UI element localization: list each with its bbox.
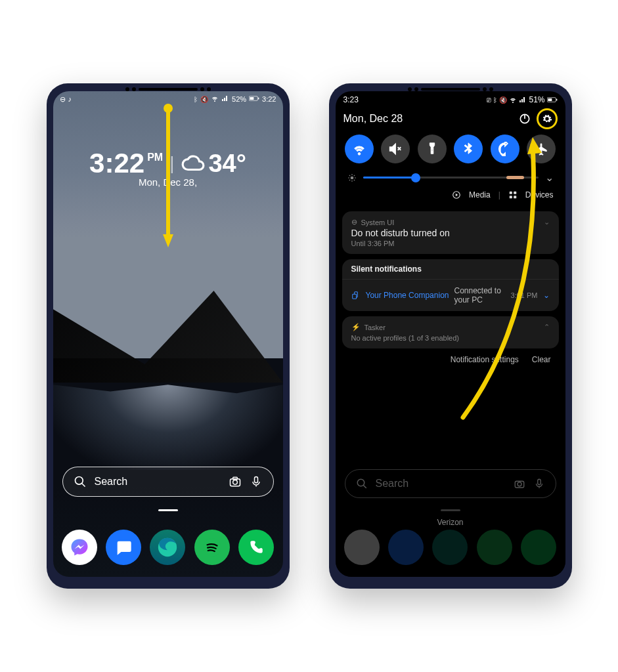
notif-app-label: Your Phone Companion — [366, 291, 449, 300]
status-time: 3:22 — [262, 95, 276, 103]
settings-gear-highlighted[interactable] — [537, 108, 558, 129]
camera-icon[interactable] — [229, 475, 242, 488]
notif-app-label: Tasker — [364, 324, 386, 331]
brightness-row: ⌄ — [336, 163, 565, 188]
clear-notifications-button[interactable]: Clear — [532, 355, 551, 364]
notif-message: Connected to your PC — [454, 286, 505, 304]
bluetooth-toggle[interactable] — [454, 135, 483, 163]
brightness-slider[interactable] — [363, 177, 539, 178]
status-bar: 3:23 ⎚ ᛒ 🔇 51% — [336, 91, 565, 106]
mic-icon[interactable] — [250, 475, 263, 488]
svg-rect-9 — [232, 477, 237, 479]
dimmed-search-bar: Search — [345, 469, 556, 498]
spotify-app[interactable] — [194, 530, 230, 565]
wifi-icon — [509, 96, 517, 104]
svg-rect-14 — [548, 98, 552, 101]
media-button[interactable]: Media — [469, 190, 491, 200]
quick-panel: 3:23 ⎚ ᛒ 🔇 51% Mon, Dec 28 — [336, 91, 565, 577]
nav-handle — [441, 509, 460, 511]
app-dock — [53, 530, 283, 565]
svg-rect-38 — [537, 479, 541, 484]
homescreen[interactable]: ⊖ ♪ ᛒ 🔇 52% 3:22 3:22 — [53, 91, 283, 577]
notification-dnd[interactable]: ⌄ ⊖System UI Do not disturb turned on Un… — [342, 211, 559, 254]
panel-date[interactable]: Mon, Dec 28 — [343, 113, 516, 125]
widget-temp: 34° — [208, 150, 246, 178]
svg-point-18 — [350, 176, 353, 179]
sound-toggle[interactable] — [381, 135, 410, 163]
nav-handle[interactable] — [158, 509, 178, 511]
svg-rect-1 — [250, 97, 254, 100]
phone-app[interactable] — [238, 530, 274, 565]
phone-frame-homescreen: ⊖ ♪ ᛒ 🔇 52% 3:22 3:22 — [47, 83, 290, 589]
google-search-bar[interactable]: Search — [62, 467, 274, 497]
search-icon — [74, 475, 87, 488]
widget-time: 3:22 — [89, 148, 144, 179]
signal-icon — [221, 94, 229, 104]
svg-line-26 — [349, 179, 349, 180]
music-icon: ♪ — [68, 95, 72, 103]
group-header: Silent notifications — [342, 259, 559, 280]
svg-rect-15 — [556, 99, 557, 101]
sun-icon — [347, 173, 357, 182]
camera-icon — [514, 478, 525, 490]
notification-tasker[interactable]: ⌃ ⚡Tasker No active profiles (1 of 3 ena… — [342, 316, 559, 348]
widget-date: Mon, Dec 28, — [53, 177, 283, 188]
bluetooth-icon: ᛒ — [194, 96, 198, 103]
messages-app[interactable] — [106, 530, 141, 565]
airplane-toggle[interactable] — [527, 135, 556, 163]
status-time: 3:23 — [343, 95, 359, 104]
weather-cloud-icon — [181, 151, 206, 176]
notif-subtitle: Until 3:36 PM — [351, 240, 550, 247]
rotate-toggle[interactable] — [491, 135, 519, 163]
wifi-toggle[interactable] — [345, 135, 374, 163]
bluetooth-icon: ᛒ — [493, 96, 497, 104]
svg-point-5 — [75, 477, 83, 485]
svg-point-34 — [357, 479, 364, 486]
svg-rect-33 — [352, 294, 356, 299]
notif-time: 3:01 PM — [511, 291, 538, 299]
wifi-icon — [211, 94, 219, 104]
dimmed-homescreen: Search Verizon — [336, 373, 565, 577]
phone-link-icon — [351, 291, 361, 300]
svg-rect-30 — [510, 196, 512, 198]
chevron-up-icon[interactable]: ⌃ — [544, 323, 550, 331]
power-button[interactable] — [516, 110, 534, 128]
status-bar[interactable]: ⊖ ♪ ᛒ 🔇 52% 3:22 — [53, 91, 283, 106]
phone-frame-quickpanel: 3:23 ⎚ ᛒ 🔇 51% Mon, Dec 28 — [329, 83, 572, 589]
svg-line-24 — [353, 179, 354, 180]
gear-icon — [542, 114, 552, 124]
bolt-icon: ⚡ — [351, 323, 361, 331]
notif-app-label: System UI — [361, 219, 395, 226]
edge-app[interactable] — [150, 530, 185, 565]
svg-rect-2 — [258, 98, 259, 100]
cast-icon: ⎚ — [487, 96, 491, 104]
chevron-down-icon[interactable]: ⌄ — [544, 218, 550, 226]
messenger-app[interactable] — [62, 530, 97, 565]
svg-point-37 — [518, 482, 521, 486]
svg-rect-31 — [514, 196, 516, 198]
svg-point-8 — [232, 480, 237, 485]
silent-notifications-group: Silent notifications Your Phone Companio… — [342, 259, 559, 311]
flashlight-toggle[interactable] — [418, 135, 447, 163]
battery-percent: 51% — [529, 95, 544, 104]
chevron-down-icon[interactable]: ⌄ — [543, 291, 550, 300]
quick-toggles-row — [336, 135, 565, 163]
brightness-expand[interactable]: ⌄ — [545, 171, 554, 184]
widget-ampm: PM — [147, 152, 163, 163]
search-placeholder: Search — [376, 478, 409, 490]
media-icon — [452, 190, 461, 200]
svg-rect-28 — [510, 192, 512, 194]
mute-icon: 🔇 — [499, 96, 507, 104]
devices-button[interactable]: Devices — [525, 190, 554, 200]
notification-settings-link[interactable]: Notification settings — [451, 355, 519, 364]
notification-your-phone[interactable]: Your Phone Companion Connected to your P… — [342, 280, 559, 311]
svg-line-35 — [363, 485, 366, 488]
signal-icon — [519, 96, 527, 104]
clock-weather-widget[interactable]: 3:22 PM | 34° Mon, Dec 28, — [53, 148, 283, 188]
svg-line-23 — [349, 175, 349, 175]
carrier-label: Verizon — [336, 518, 565, 527]
battery-icon — [249, 95, 259, 103]
battery-percent: 52% — [232, 95, 246, 103]
svg-rect-29 — [514, 192, 516, 194]
mic-icon — [533, 478, 545, 490]
